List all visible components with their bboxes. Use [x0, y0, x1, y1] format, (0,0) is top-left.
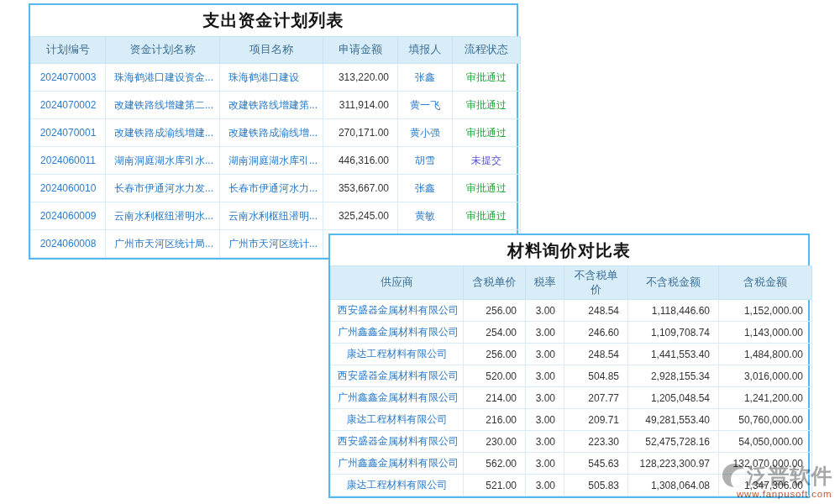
price-tax-cell: 256.00	[464, 344, 526, 365]
price-no-tax-cell: 504.85	[564, 365, 628, 387]
supplier-link[interactable]: 广州鑫鑫金属材料有限公司	[331, 387, 464, 409]
plan-no-link[interactable]: 2024060009	[31, 202, 106, 230]
fund-plan-name-link[interactable]: 广州市天河区统计局...	[106, 230, 220, 258]
plan-no-link[interactable]: 2024060011	[31, 147, 106, 175]
supplier-link[interactable]: 康达工程材料有限公司	[331, 344, 464, 365]
project-name-link[interactable]: 珠海鹤港口建设	[220, 64, 323, 92]
table-row: 2024060009 云南水利枢纽潜明水... 云南水利枢纽潜明... 325,…	[31, 202, 521, 230]
price-no-tax-cell: 223.30	[564, 431, 628, 453]
plan-no-link[interactable]: 2024070003	[31, 64, 106, 92]
project-name-link[interactable]: 长春市伊通河水力...	[220, 175, 323, 202]
amount-tax-cell: 54,050,000.00	[719, 431, 812, 453]
table-row: 广州鑫鑫金属材料有限公司 214.00 3.00 207.77 1,205,04…	[331, 387, 812, 409]
amount-tax-cell: 50,760,000.00	[719, 409, 812, 431]
fund-plan-name-link[interactable]: 云南水利枢纽潜明水...	[106, 202, 220, 230]
column-header-flow-status: 流程状态	[453, 37, 521, 64]
flow-status-link[interactable]: 审批通过	[453, 175, 521, 202]
price-no-tax-cell: 505.83	[564, 475, 628, 496]
plan-no-link[interactable]: 2024070001	[31, 119, 106, 147]
tax-rate-cell: 3.00	[526, 431, 564, 453]
plan-no-link[interactable]: 2024060010	[31, 175, 106, 202]
apply-amount-cell: 446,316.00	[323, 147, 398, 175]
reporter-link[interactable]: 胡雪	[398, 147, 453, 175]
column-header-fund-plan-name: 资金计划名称	[106, 37, 220, 64]
flow-status-link[interactable]: 审批通过	[453, 64, 521, 92]
amount-no-tax-cell: 49,281,553.40	[628, 409, 719, 431]
fanpu-logo-icon	[722, 464, 746, 487]
table-row: 康达工程材料有限公司 256.00 3.00 248.54 1,441,553.…	[331, 344, 812, 365]
amount-tax-cell: 3,016,000.00	[719, 365, 812, 387]
supplier-link[interactable]: 广州鑫鑫金属材料有限公司	[331, 453, 464, 475]
table-row: 西安盛器金属材料有限公司 256.00 3.00 248.54 1,118,44…	[331, 300, 812, 322]
fund-plan-name-link[interactable]: 改建铁路线增建第二...	[106, 92, 220, 119]
price-no-tax-cell: 209.71	[564, 409, 628, 431]
amount-no-tax-cell: 1,205,048.54	[628, 387, 719, 409]
price-tax-cell: 216.00	[464, 409, 526, 431]
project-name-link[interactable]: 改建铁路成渝线增...	[220, 119, 323, 147]
supplier-link[interactable]: 广州鑫鑫金属材料有限公司	[331, 322, 464, 344]
apply-amount-cell: 270,171.00	[323, 119, 398, 147]
reporter-link[interactable]: 张鑫	[398, 175, 453, 202]
column-header-project-name: 项目名称	[220, 37, 323, 64]
amount-no-tax-cell: 1,308,064.08	[628, 475, 719, 496]
tax-rate-cell: 3.00	[526, 344, 564, 365]
price-no-tax-cell: 246.60	[564, 322, 628, 344]
apply-amount-cell: 325,245.00	[323, 202, 398, 230]
column-header-supplier: 供应商	[331, 266, 464, 300]
material-inquiry-panel: 材料询价对比表 供应商 含税单价 税率 不含税单价 不含税金额 含税金额 西安盛…	[328, 234, 810, 498]
table-row: 2024070002 改建铁路线增建第二... 改建铁路线增建第... 311,…	[31, 92, 521, 119]
fanpu-watermark: 泛普软件 www.fanpusoft.com	[722, 463, 832, 499]
supplier-link[interactable]: 西安盛器金属材料有限公司	[331, 300, 464, 322]
supplier-link[interactable]: 西安盛器金属材料有限公司	[331, 431, 464, 453]
tax-rate-cell: 3.00	[526, 387, 564, 409]
price-no-tax-cell: 207.77	[564, 387, 628, 409]
fund-plan-name-link[interactable]: 长春市伊通河水力发...	[106, 175, 220, 202]
plan-no-link[interactable]: 2024060008	[31, 230, 106, 258]
reporter-link[interactable]: 黄敏	[398, 202, 453, 230]
price-tax-cell: 254.00	[464, 322, 526, 344]
tax-rate-cell: 3.00	[526, 475, 564, 496]
price-no-tax-cell: 248.54	[564, 344, 628, 365]
flow-status-link[interactable]: 审批通过	[453, 119, 521, 147]
flow-status-link[interactable]: 审批通过	[453, 92, 521, 119]
watermark-brand: 泛普软件	[747, 462, 832, 490]
tax-rate-cell: 3.00	[526, 365, 564, 387]
material-header-row: 供应商 含税单价 税率 不含税单价 不含税金额 含税金额	[331, 266, 812, 300]
column-header-price-no-tax: 不含税单价	[564, 266, 628, 300]
fund-plan-name-link[interactable]: 湖南洞庭湖水库引水...	[106, 147, 220, 175]
table-row: 2024070003 珠海鹤港口建设资金... 珠海鹤港口建设 313,220.…	[31, 64, 521, 92]
column-header-price-tax: 含税单价	[464, 266, 526, 300]
price-tax-cell: 256.00	[464, 300, 526, 322]
supplier-link[interactable]: 康达工程材料有限公司	[331, 409, 464, 431]
supplier-link[interactable]: 康达工程材料有限公司	[331, 475, 464, 496]
price-no-tax-cell: 545.63	[564, 453, 628, 475]
amount-no-tax-cell: 1,441,553.40	[628, 344, 719, 365]
reporter-link[interactable]: 黄小强	[398, 119, 453, 147]
expense-fund-plan-table: 计划编号 资金计划名称 项目名称 申请金额 填报人 流程状态 202407000…	[30, 36, 521, 258]
project-name-link[interactable]: 改建铁路线增建第...	[220, 92, 323, 119]
reporter-link[interactable]: 张鑫	[398, 64, 453, 92]
flow-status-link[interactable]: 未提交	[453, 147, 521, 175]
project-name-link[interactable]: 广州市天河区统计...	[220, 230, 323, 258]
fund-plan-name-link[interactable]: 改建铁路成渝线增建...	[106, 119, 220, 147]
column-header-amount-tax: 含税金额	[719, 266, 812, 300]
expense-header-row: 计划编号 资金计划名称 项目名称 申请金额 填报人 流程状态	[31, 37, 521, 64]
amount-tax-cell: 1,152,000.00	[719, 300, 812, 322]
price-tax-cell: 562.00	[464, 453, 526, 475]
tax-rate-cell: 3.00	[526, 453, 564, 475]
price-tax-cell: 230.00	[464, 431, 526, 453]
plan-no-link[interactable]: 2024070002	[31, 92, 106, 119]
supplier-link[interactable]: 西安盛器金属材料有限公司	[331, 365, 464, 387]
project-name-link[interactable]: 云南水利枢纽潜明...	[220, 202, 323, 230]
table-row: 2024070001 改建铁路成渝线增建... 改建铁路成渝线增... 270,…	[31, 119, 521, 147]
amount-no-tax-cell: 1,109,708.74	[628, 322, 719, 344]
fund-plan-name-link[interactable]: 珠海鹤港口建设资金...	[106, 64, 220, 92]
expense-fund-plan-panel: 支出资金计划列表 计划编号 资金计划名称 项目名称 申请金额 填报人 流程状态 …	[29, 3, 518, 260]
project-name-link[interactable]: 湖南洞庭湖水库引...	[220, 147, 323, 175]
reporter-link[interactable]: 黄一飞	[398, 92, 453, 119]
flow-status-link[interactable]: 审批通过	[453, 202, 521, 230]
tax-rate-cell: 3.00	[526, 300, 564, 322]
column-header-amount-no-tax: 不含税金额	[628, 266, 719, 300]
amount-tax-cell: 1,241,200.00	[719, 387, 812, 409]
price-no-tax-cell: 248.54	[564, 300, 628, 322]
